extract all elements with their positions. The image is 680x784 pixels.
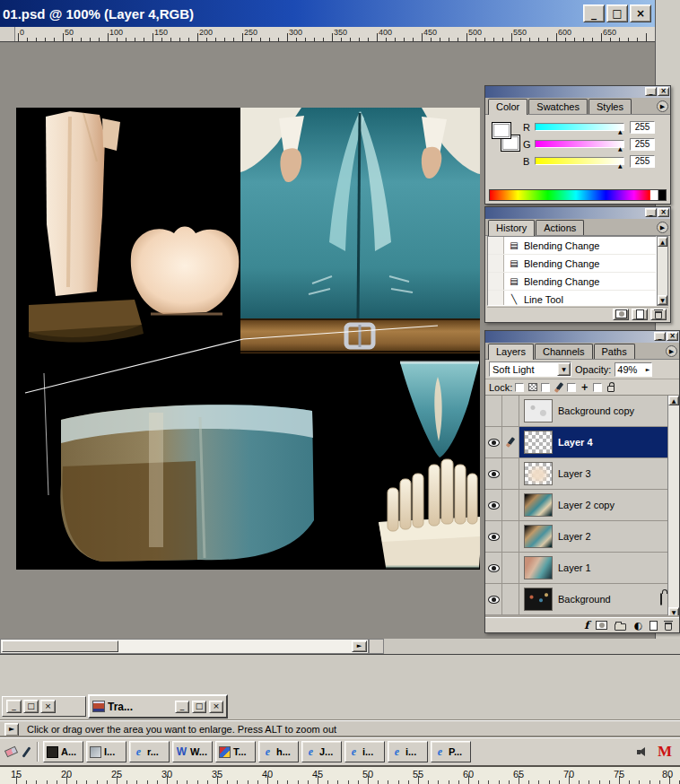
layer-thumbnail[interactable] [524, 525, 553, 548]
tab-paths[interactable]: Paths [594, 344, 635, 359]
slider-handle-icon[interactable]: ▲ [618, 162, 623, 169]
lock-transparency-checkbox[interactable] [515, 383, 524, 392]
layer-effects-icon[interactable]: f [584, 619, 588, 632]
minimize-button[interactable]: _ [583, 4, 605, 22]
lock-all-checkbox[interactable] [593, 383, 602, 392]
delete-layer-icon[interactable] [665, 623, 672, 631]
palette-minimize-button[interactable]: _ [645, 87, 657, 96]
new-document-from-state-button[interactable] [632, 309, 648, 320]
scroll-down-icon[interactable]: ▼ [658, 295, 667, 305]
taskbar-button[interactable]: A... [43, 741, 83, 762]
adjustment-layer-icon[interactable]: ◐ [633, 620, 642, 632]
palette-menu-icon[interactable]: ▶ [657, 100, 668, 112]
slider-handle-icon[interactable]: ▲ [618, 128, 623, 135]
color-spectrum-ramp[interactable] [489, 189, 667, 201]
layer-row[interactable]: Background [485, 584, 667, 615]
close-button[interactable]: × [209, 701, 223, 713]
visibility-toggle[interactable] [485, 458, 502, 489]
layer-row[interactable]: Background copy [485, 396, 667, 427]
link-toggle[interactable] [502, 521, 519, 552]
minimize-button[interactable]: _ [6, 700, 22, 713]
restore-button[interactable]: □ [192, 701, 206, 713]
history-item[interactable]: ╲ Line Tool [488, 291, 656, 306]
speaker-icon[interactable] [637, 746, 649, 758]
layer-thumbnail[interactable] [524, 462, 553, 485]
tab-history[interactable]: History [488, 220, 535, 236]
layer-row[interactable]: Layer 1 [485, 553, 667, 584]
scroll-right-icon[interactable]: ► [352, 640, 367, 652]
document-hscrollbar[interactable]: ► [0, 639, 369, 654]
palette-close-button[interactable]: × [658, 87, 669, 96]
minimize-button[interactable]: _ [175, 701, 189, 713]
layer-row[interactable]: Layer 2 copy [485, 490, 667, 521]
zoom-hint-arrow-icon[interactable]: ► [4, 723, 19, 736]
tab-swatches[interactable]: Swatches [528, 99, 588, 114]
opacity-popup-arrow-icon[interactable]: ► [646, 366, 650, 372]
visibility-toggle[interactable] [485, 490, 502, 520]
eraser-icon[interactable] [4, 746, 18, 758]
history-snapshot-well[interactable] [488, 255, 504, 272]
link-toggle[interactable] [502, 584, 519, 614]
taskbar-button[interactable]: e h... [258, 741, 299, 762]
visibility-toggle[interactable] [485, 584, 502, 614]
taskbar-button[interactable]: e i... [388, 741, 428, 762]
palette-menu-icon[interactable]: ▶ [666, 345, 677, 357]
lock-position-checkbox[interactable] [567, 383, 576, 392]
tab-layers[interactable]: Layers [488, 344, 534, 360]
history-item[interactable]: ▤ Blending Change [488, 255, 656, 273]
restore-button[interactable]: □ [23, 700, 39, 713]
history-snapshot-well[interactable] [488, 237, 504, 254]
document-canvas[interactable] [16, 108, 480, 570]
maximize-button[interactable]: □ [606, 4, 628, 22]
palette-minimize-button[interactable]: _ [654, 332, 666, 341]
trace-window-titlebar[interactable]: Tra... _ □ × [88, 694, 228, 719]
add-mask-icon[interactable] [596, 621, 607, 630]
visibility-toggle[interactable] [485, 553, 502, 583]
blue-slider[interactable] [535, 157, 624, 165]
palette-minimize-button[interactable]: _ [645, 208, 657, 217]
scroll-up-icon[interactable]: ▲ [668, 396, 679, 405]
palette-close-button[interactable]: × [658, 208, 669, 217]
channel-value[interactable]: 255 [630, 121, 655, 134]
scroll-down-icon[interactable]: ▼ [668, 607, 679, 617]
visibility-toggle[interactable] [485, 427, 502, 457]
chevron-down-icon[interactable]: ▼ [557, 362, 571, 376]
close-button[interactable]: × [40, 700, 56, 713]
hscroll-thumb[interactable] [2, 640, 118, 652]
link-toggle[interactable] [502, 396, 519, 426]
new-layer-icon[interactable] [649, 621, 658, 631]
taskbar-button[interactable]: e J... [301, 741, 342, 762]
color-palette-titlebar[interactable]: _ × [485, 86, 670, 98]
palette-close-button[interactable]: × [667, 332, 678, 341]
opacity-field[interactable]: 49% ► [615, 362, 652, 377]
slider-handle-icon[interactable]: ▲ [618, 145, 623, 152]
layer-row-selected[interactable]: Layer 4 [485, 427, 667, 458]
channel-value[interactable]: 255 [630, 138, 655, 151]
new-set-folder-icon[interactable] [615, 623, 626, 631]
close-button[interactable]: × [630, 4, 651, 22]
scroll-up-icon[interactable]: ▲ [658, 237, 667, 247]
palette-menu-icon[interactable]: ▶ [657, 222, 668, 233]
taskbar-button[interactable]: e i... [344, 741, 385, 762]
tab-styles[interactable]: Styles [588, 99, 632, 114]
delete-state-button[interactable] [650, 309, 667, 320]
blend-mode-select[interactable]: Soft Light ▼ [489, 362, 571, 377]
history-item[interactable]: ▤ Blending Change [488, 273, 656, 291]
tab-actions[interactable]: Actions [536, 220, 584, 235]
layers-scrollbar[interactable]: ▲ ▼ [667, 396, 679, 617]
pen-icon[interactable] [22, 746, 31, 757]
mcafee-icon[interactable]: M [658, 743, 672, 761]
taskbar-button[interactable]: T... [215, 741, 256, 762]
channel-value[interactable]: 255 [630, 155, 655, 168]
layer-row[interactable]: Layer 2 [485, 521, 667, 553]
layer-thumbnail[interactable] [524, 556, 553, 579]
link-toggle[interactable] [502, 458, 519, 489]
history-snapshot-well[interactable] [488, 291, 504, 306]
link-toggle[interactable] [502, 553, 519, 583]
taskbar-button[interactable]: e r... [129, 741, 170, 762]
lock-image-checkbox[interactable] [541, 383, 550, 392]
green-slider[interactable] [535, 140, 624, 148]
history-item[interactable]: ▤ Blending Change [488, 237, 656, 255]
red-slider[interactable] [535, 123, 624, 131]
layer-thumbnail[interactable] [524, 493, 553, 517]
